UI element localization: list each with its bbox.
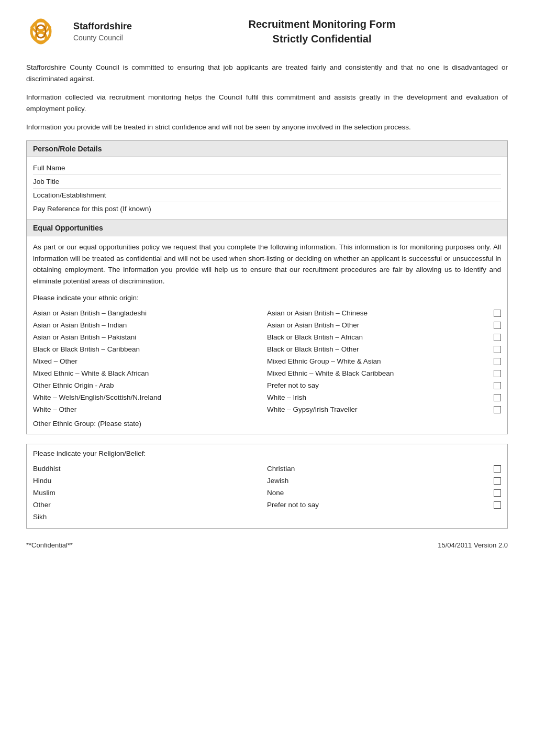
ethnic-right-4: Mixed Ethnic Group – White & Asian — [267, 357, 501, 365]
person-role-content: Full Name Job Title Location/Establishme… — [27, 157, 507, 220]
other-ethnic-group: Other Ethnic Group: (Please state) — [33, 420, 501, 431]
religion-left-2: Muslim — [33, 489, 267, 497]
ethnic-left-3: Black or Black British – Caribbean — [33, 345, 267, 353]
ethnic-right-0: Asian or Asian British – Chinese — [267, 309, 501, 317]
religion-left-3: Other — [33, 501, 267, 509]
field-pay-reference: Pay Reference for this post (If known) — [33, 202, 501, 215]
religion-left-4: Sikh — [33, 513, 267, 521]
religion-row-3: Other Prefer not to say — [33, 499, 501, 511]
equal-opps-header: Equal Opportunities — [27, 220, 507, 236]
field-full-name: Full Name — [33, 161, 501, 175]
religion-right-0: Christian — [267, 465, 501, 473]
checkbox-religion-right-end-1[interactable] — [494, 477, 501, 485]
ethnic-left-6: Other Ethnic Origin - Arab — [33, 381, 267, 389]
page-footer: **Confidential** 15/04/2011 Version 2.0 — [26, 541, 508, 549]
ethnic-right-6: Prefer not to say — [267, 381, 501, 389]
intro-para2: Information collected via recruitment mo… — [26, 92, 508, 114]
ethnic-left-8: White – Other — [33, 406, 267, 413]
religion-section: Please indicate your Religion/Belief: Bu… — [26, 444, 508, 529]
page-title-area: Recruitment Monitoring Form Strictly Con… — [136, 17, 508, 46]
checkbox-ethnic-right-end-1[interactable] — [494, 322, 501, 329]
org-name-line1: Staffordshire — [73, 20, 132, 32]
religion-content: Please indicate your Religion/Belief: Bu… — [27, 444, 507, 528]
org-name-line2: County Council — [73, 33, 132, 42]
intro-para3: Information you provide will be treated … — [26, 122, 508, 133]
ethnic-row-1: Asian or Asian British – Indian Asian or… — [33, 319, 501, 331]
religion-row-2: Muslim None — [33, 487, 501, 499]
ethnic-left-2: Asian or Asian British – Pakistani — [33, 333, 267, 341]
ethnic-left-0: Asian or Asian British – Bangladeshi — [33, 309, 267, 317]
ethnic-left-5: Mixed Ethnic – White & Black African — [33, 369, 267, 377]
religion-right-3: Prefer not to say — [267, 501, 501, 509]
ethnic-right-7: White – Irish — [267, 393, 501, 401]
religion-row-1: Hindu Jewish — [33, 475, 501, 487]
ethnic-row-8: White – Other White – Gypsy/Irish Travel… — [33, 403, 501, 415]
person-role-section: Person/Role Details Full Name Job Title … — [26, 140, 508, 434]
ethnic-row-6: Other Ethnic Origin - Arab Prefer not to… — [33, 379, 501, 391]
equal-opps-body: As part or our equal opportunities polic… — [33, 242, 501, 287]
logo-area: Staffordshire County Council — [26, 16, 136, 47]
checkbox-ethnic-right-end-0[interactable] — [494, 310, 501, 317]
religion-right-2: None — [267, 489, 501, 497]
ethnic-options-grid: Asian or Asian British – Bangladeshi Asi… — [33, 307, 501, 415]
ethnic-left-7: White – Welsh/English/Scottish/N.Ireland — [33, 393, 267, 401]
footer-version: 15/04/2011 Version 2.0 — [438, 541, 508, 549]
religion-intro: Please indicate your Religion/Belief: — [33, 450, 501, 457]
ethnic-row-3: Black or Black British – Caribbean Black… — [33, 343, 501, 355]
ethnic-row-0: Asian or Asian British – Bangladeshi Asi… — [33, 307, 501, 319]
ethnic-row-5: Mixed Ethnic – White & Black African Mix… — [33, 367, 501, 379]
checkbox-ethnic-right-end-4[interactable] — [494, 358, 501, 365]
religion-right-1: Jewish — [267, 477, 501, 485]
checkbox-ethnic-right-end-8[interactable] — [494, 406, 501, 413]
field-location: Location/Establishment — [33, 189, 501, 202]
page-title: Recruitment Monitoring Form Strictly Con… — [136, 17, 508, 46]
checkbox-ethnic-right-end-7[interactable] — [494, 394, 501, 401]
religion-row-4: Sikh — [33, 511, 501, 523]
ethnic-right-1: Asian or Asian British – Other — [267, 321, 501, 329]
ethnic-row-4: Mixed – Other Mixed Ethnic Group – White… — [33, 355, 501, 367]
religion-left-1: Hindu — [33, 477, 267, 485]
logo-text: Staffordshire County Council — [73, 20, 132, 42]
footer-confidential: **Confidential** — [26, 541, 73, 549]
checkbox-ethnic-right-end-5[interactable] — [494, 370, 501, 377]
equal-opps-content: As part or our equal opportunities polic… — [27, 236, 507, 434]
ethnic-right-2: Black or Black British – African — [267, 333, 501, 341]
checkbox-ethnic-right-end-6[interactable] — [494, 382, 501, 389]
ethnic-left-1: Asian or Asian British – Indian — [33, 321, 267, 329]
page-header: Staffordshire County Council Recruitment… — [26, 16, 508, 47]
checkbox-ethnic-right-end-3[interactable] — [494, 346, 501, 353]
ethnic-right-5: Mixed Ethnic – White & Black Caribbean — [267, 369, 501, 377]
ethnic-row-7: White – Welsh/English/Scottish/N.Ireland… — [33, 391, 501, 403]
logo-icon — [26, 16, 68, 47]
intro-para1: Staffordshire County Council is committe… — [26, 62, 508, 84]
checkbox-religion-right-end-2[interactable] — [494, 489, 501, 497]
ethnic-right-8: White – Gypsy/Irish Traveller — [267, 406, 501, 413]
religion-left-0: Buddhist — [33, 465, 267, 473]
ethnic-row-2: Asian or Asian British – Pakistani Black… — [33, 331, 501, 343]
ethnic-right-3: Black or Black British – Other — [267, 345, 501, 353]
checkbox-religion-right-end-3[interactable] — [494, 501, 501, 509]
ethnic-left-4: Mixed – Other — [33, 357, 267, 365]
person-role-header: Person/Role Details — [27, 141, 507, 157]
religion-row-0: Buddhist Christian — [33, 463, 501, 475]
field-job-title: Job Title — [33, 175, 501, 189]
checkbox-ethnic-right-end-2[interactable] — [494, 334, 501, 341]
checkbox-religion-right-end-0[interactable] — [494, 465, 501, 473]
ethnic-intro: Please indicate your ethnic origin: — [33, 294, 501, 302]
